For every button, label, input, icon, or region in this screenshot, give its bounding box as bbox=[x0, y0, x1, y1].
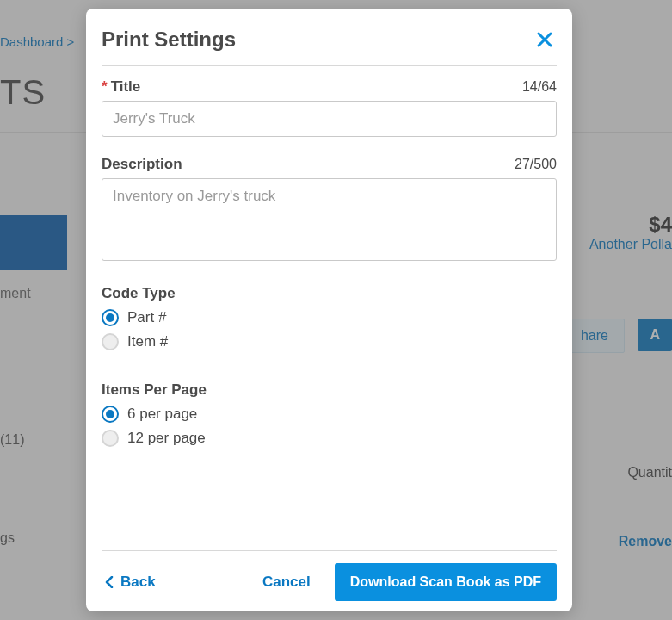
close-icon bbox=[536, 31, 553, 48]
description-input[interactable] bbox=[102, 178, 557, 261]
description-counter: 27/500 bbox=[515, 157, 557, 172]
title-counter: 14/64 bbox=[522, 79, 557, 95]
radio-label: 6 per page bbox=[127, 406, 197, 423]
cancel-button[interactable]: Cancel bbox=[256, 565, 318, 599]
radio-twelve-per-page[interactable]: 12 per page bbox=[102, 430, 557, 447]
footer-actions: Cancel Download Scan Book as PDF bbox=[256, 563, 557, 601]
chevron-left-icon bbox=[105, 576, 114, 588]
description-field-row: Description 27/500 bbox=[102, 156, 557, 173]
modal-title: Print Settings bbox=[102, 28, 236, 52]
title-field-row: *Title 14/64 bbox=[102, 78, 557, 96]
download-pdf-button[interactable]: Download Scan Book as PDF bbox=[335, 563, 557, 601]
title-label: *Title bbox=[102, 78, 140, 96]
print-settings-modal: Print Settings *Title 14/64 Description … bbox=[86, 9, 572, 611]
modal-header: Print Settings bbox=[102, 28, 557, 66]
radio-label: 12 per page bbox=[127, 430, 206, 447]
radio-icon bbox=[102, 430, 119, 447]
radio-label: Part # bbox=[127, 309, 166, 326]
back-label: Back bbox=[120, 574, 156, 591]
description-label: Description bbox=[102, 156, 182, 173]
radio-icon bbox=[102, 333, 119, 350]
code-type-label: Code Type bbox=[102, 285, 557, 302]
radio-icon bbox=[102, 406, 119, 423]
back-button[interactable]: Back bbox=[102, 568, 159, 596]
modal-footer: Back Cancel Download Scan Book as PDF bbox=[102, 550, 557, 601]
code-type-group: Part # Item # bbox=[102, 309, 557, 357]
items-per-page-label: Items Per Page bbox=[102, 381, 557, 399]
close-button[interactable] bbox=[533, 28, 557, 52]
radio-label: Item # bbox=[127, 333, 168, 350]
title-input[interactable] bbox=[102, 101, 557, 137]
radio-six-per-page[interactable]: 6 per page bbox=[102, 406, 557, 423]
radio-icon bbox=[102, 309, 119, 326]
items-per-page-group: 6 per page 12 per page bbox=[102, 406, 557, 454]
radio-item-number[interactable]: Item # bbox=[102, 333, 557, 350]
radio-part-number[interactable]: Part # bbox=[102, 309, 557, 326]
